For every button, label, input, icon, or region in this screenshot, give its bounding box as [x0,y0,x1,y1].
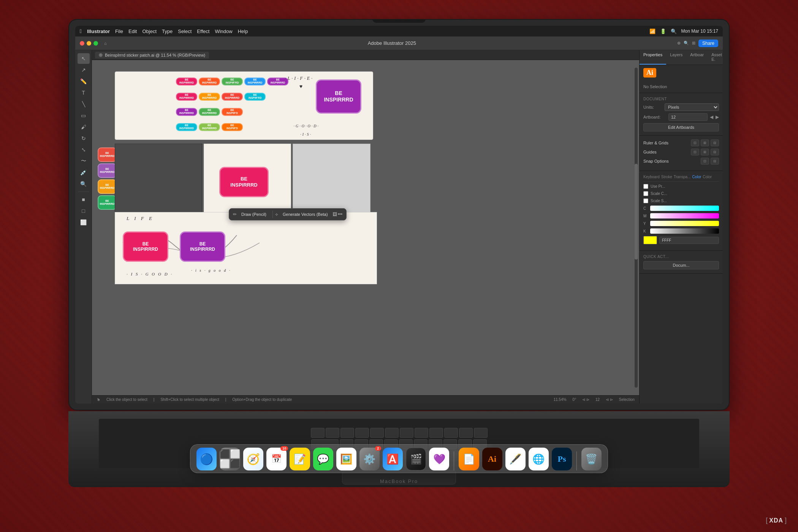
canvas-area[interactable]: BEINSPIRRRD BEINSPIRRRD BEINSPIR'RD BEIN… [92,60,639,395]
sticker-12[interactable]: BEINSPIR'D [222,108,243,116]
sticker-large-center[interactable]: BEINSPIRRRD [219,167,269,197]
menu-object[interactable]: Object [142,28,157,34]
menu-window[interactable]: Window [215,28,232,34]
tool-zoom[interactable]: 🔍 [78,179,90,189]
tool-rotate[interactable]: ↻ [78,133,90,144]
sticker-14[interactable]: BEINSPIRRRD [199,123,220,131]
document-quick-btn[interactable]: Docum... [643,261,719,269]
tool-stroke[interactable]: □ [78,206,90,216]
keyboard-tab[interactable]: Keyboard [643,175,660,179]
panel-tab-asset[interactable]: Asset E. [708,50,723,65]
sticker-7[interactable]: BEINSPIRRRD [199,93,220,101]
k-slider[interactable] [650,228,719,234]
dock-icon-davinci[interactable]: 🎬 [406,448,426,470]
search-icon-toolbar[interactable]: 🔍 [684,41,689,46]
sticker-8[interactable]: BEINSPIRRRD [222,93,243,101]
dock-icon-messages[interactable]: 💬 [313,448,333,470]
dock-icon-photoshop[interactable]: Ps [552,448,572,470]
y-slider[interactable] [650,221,719,226]
edit-artboards-button[interactable]: Edit Artboards [643,123,719,131]
tool-brush[interactable]: 🖌 [78,122,90,132]
scale-strokes-checkbox[interactable] [643,198,648,203]
guide-icon1[interactable]: ⊡ [691,149,699,155]
sticker-9[interactable]: BEINSPIR'RD [244,93,266,101]
sticker-13[interactable]: BEINSPIRRRD [176,123,197,131]
tool-eyedropper[interactable]: 💉 [78,167,90,178]
dock-icon-trash[interactable]: 🗑️ [581,448,602,470]
dock-icon-settings[interactable]: ⚙️ 2 [359,448,380,470]
key-o[interactable] [429,428,443,438]
tool-selection[interactable]: ↖ [78,53,90,64]
key-i[interactable] [415,428,428,438]
tool-direct-select[interactable]: ↗ [78,65,90,75]
tool-pen[interactable]: ✏️ [78,76,90,87]
dock-icon-safari[interactable]: 🧭 [243,448,263,470]
side-s3[interactable]: BEINSPIRRRD [98,163,117,178]
tool-screen-mode[interactable]: ⬜ [78,217,90,228]
panel-tab-artboard[interactable]: Artboar [686,50,708,65]
dock-icon-chrome[interactable]: 🌐 [529,448,549,470]
artboard-nav-left[interactable]: ◀ [710,114,713,120]
file-tab[interactable]: × BeinspIrrrd sticker patch.ai @ 11.54 %… [95,52,209,59]
tool-rect[interactable]: ▭ [78,110,90,121]
dock-icon-illustrator[interactable]: Ai [482,448,502,470]
use-preview-checkbox[interactable] [643,184,648,189]
grid-icon-toolbar[interactable]: ⊞ [692,41,695,46]
sticker-1[interactable]: BEINSPIRRRD [176,78,197,86]
dock-icon-pages[interactable]: 📄 [459,448,479,470]
snap-icon1[interactable]: ⊡ [701,158,709,165]
draw-pencil-button[interactable]: Draw (Pencil) [238,211,270,218]
tool-line[interactable]: ╲ [78,99,90,109]
tab-close-icon[interactable]: × [99,53,103,57]
menu-edit[interactable]: Edit [128,28,137,34]
menu-help[interactable]: Help [238,28,248,34]
dock-icon-slack[interactable]: 💜 [429,448,449,470]
minimize-button[interactable] [87,41,91,46]
nav-arrows[interactable]: ⊲ ⊳ [582,397,589,402]
sticker-4[interactable]: BEINSPIRRRD [244,78,266,86]
color-swatch[interactable] [643,236,657,244]
key-u[interactable] [400,428,413,438]
sticker-2[interactable]: BEINSPIRRRD [199,78,220,86]
side-s1[interactable]: BEINSPIRRRD [98,147,117,162]
hex-input[interactable] [659,237,719,244]
menu-type[interactable]: Type [162,28,173,34]
ruler-icon1[interactable]: ⊡ [691,139,699,146]
snap-icon2[interactable]: ⊟ [711,158,719,165]
key-rbracket[interactable] [474,428,488,438]
panel-tab-layers[interactable]: Layers [666,50,686,65]
dock-icon-notes[interactable]: 📝 [290,448,310,470]
key-p[interactable] [444,428,458,438]
nav-arrows2[interactable]: ⊲ ⊳ [606,397,613,402]
m-slider[interactable] [650,213,719,218]
scrollbar-thumb[interactable] [635,164,638,260]
sticker-large-bottom1[interactable]: BEINSPIRRRD [123,231,168,262]
key-q[interactable] [311,428,325,438]
dock-icon-finder[interactable]: 🔵 [196,448,217,470]
key-t[interactable] [370,428,384,438]
sticker-6[interactable]: BEINSPIRRRD [176,93,197,101]
artboard-input[interactable] [668,113,708,121]
sticker-3[interactable]: BEINSPIR'RD [222,78,243,86]
search-icon[interactable]: 🔍 [671,28,677,34]
menu-select[interactable]: Select [178,28,192,34]
sticker-large-bottom2[interactable]: BEINSPIRRRD [180,231,225,262]
dock-icon-appstore[interactable]: 🅰️ [383,448,403,470]
app-menu-illustrator[interactable]: Illustrator [87,28,110,34]
tool-scale[interactable]: ⤡ [78,144,90,155]
apple-logo-icon[interactable]:  [80,28,82,34]
menu-effect[interactable]: Effect [197,28,209,34]
sticker-10[interactable]: BEINSPIRRRD [176,108,197,116]
scale-corners-checkbox[interactable] [643,191,648,196]
generate-vectors-button[interactable]: Generate Vectors (Beta) [279,211,332,218]
dock-icon-photos[interactable]: 🖼️ [336,448,356,470]
guide-icon2[interactable]: ⊞ [701,149,709,155]
ruler-icon2[interactable]: ⊞ [701,139,709,146]
sticker-11[interactable]: BEINSPIRRRD [199,108,220,116]
key-y[interactable] [385,428,399,438]
key-lbracket[interactable] [459,428,473,438]
sticker-large-right[interactable]: BEINSPIRRRD [316,79,361,114]
tool-text[interactable]: T [78,87,90,98]
guide-icon3[interactable]: ⊟ [711,149,719,155]
scrollbar-vertical[interactable] [635,68,638,388]
